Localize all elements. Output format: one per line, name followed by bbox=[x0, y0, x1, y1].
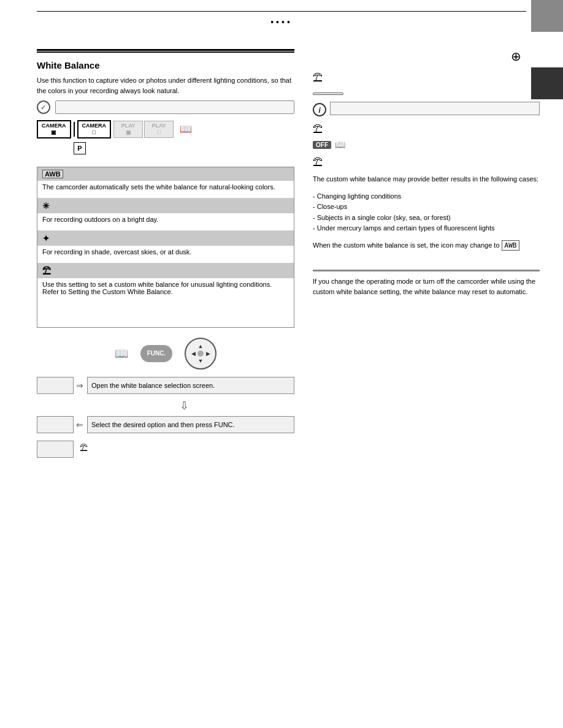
joystick-center[interactable] bbox=[197, 351, 204, 357]
right-warning-text: If you change the operating mode or turn… bbox=[313, 276, 540, 298]
info-icon: i bbox=[313, 103, 326, 116]
step-2-arrow: ⇐ bbox=[76, 420, 83, 430]
step-1-box bbox=[37, 377, 74, 394]
awb-row-shade: ✦ For recording in shade, overcast skies… bbox=[37, 231, 294, 264]
cam-btn-label-2: CAMERA bbox=[82, 123, 107, 129]
off-badge: OFF bbox=[313, 141, 331, 149]
person-icon-right-3: ⛱ bbox=[313, 157, 323, 168]
top-dots: •••• bbox=[266, 17, 297, 27]
step-1-arrow: ⇒ bbox=[76, 381, 83, 390]
awb-row-daylight-header: ✳ bbox=[37, 199, 294, 213]
camera-card-btn[interactable]: CAMERA □ bbox=[77, 120, 112, 138]
awb-custom-text: Use this setting to set a custom white b… bbox=[42, 281, 272, 295]
book-icon-right: 📖 bbox=[335, 140, 345, 150]
cam-btn-label-1: CAMERA bbox=[42, 123, 66, 129]
check-row bbox=[37, 100, 294, 114]
func-joystick-row: 📖 FUNC. ▲ ◀ ▶ ▼ bbox=[37, 338, 294, 370]
small-rect-button[interactable] bbox=[313, 93, 343, 95]
dial-icon: ⊕ bbox=[511, 49, 521, 64]
info-content bbox=[330, 102, 540, 115]
person-icon-right-2: ⛱ bbox=[313, 124, 323, 135]
step-1-text: Open the white balance selection screen. bbox=[91, 382, 215, 389]
right-body-text-1: The custom white balance may provide bet… bbox=[313, 174, 540, 185]
custom-icon-final: ⛱ bbox=[80, 443, 88, 452]
person-icon-right: ⛱ bbox=[313, 72, 323, 83]
step-2-box bbox=[37, 416, 74, 433]
top-line: •••• bbox=[37, 11, 526, 12]
section-heading: White Balance bbox=[37, 60, 294, 70]
right-body-text-2: - Changing lighting conditions - Close-u… bbox=[313, 191, 540, 234]
gray-divider bbox=[313, 270, 540, 271]
awb-row-daylight-body: For recording outdoors on a bright day. bbox=[37, 213, 294, 230]
play-tape-btn[interactable]: PLAY ▣ bbox=[113, 121, 143, 138]
cam-btn-icon-1: ▣ bbox=[51, 129, 56, 136]
gray-tab-top bbox=[531, 0, 563, 32]
play-card-btn[interactable]: PLAY □ bbox=[144, 121, 174, 138]
awb-row-auto: AWB The camcorder automatically sets the… bbox=[37, 167, 294, 199]
awb-menu-table: AWB The camcorder automatically sets the… bbox=[37, 167, 294, 328]
awb-label: AWB bbox=[42, 170, 63, 178]
func-button[interactable]: FUNC. bbox=[140, 345, 172, 362]
left-column: White Balance Use this function to captu… bbox=[37, 49, 294, 458]
cam-btn-icon-2: □ bbox=[93, 129, 96, 136]
joystick-left-arrow: ◀ bbox=[191, 351, 196, 357]
awb-row-shade-body: For recording in shade, overcast skies, … bbox=[37, 246, 294, 263]
awb-shade-text: For recording in shade, overcast skies, … bbox=[42, 248, 191, 256]
cam-btn-icon-4: □ bbox=[157, 129, 160, 136]
step-2-row: ⇐ Select the desired option and then pre… bbox=[37, 416, 294, 433]
final-box bbox=[37, 441, 74, 458]
awb-row-custom-body: Use this setting to set a custom white b… bbox=[37, 278, 294, 327]
book-icon-2: 📖 bbox=[115, 347, 128, 360]
awb-inline-label: AWB bbox=[502, 240, 520, 251]
cam-btn-icon-3: ▣ bbox=[126, 129, 131, 136]
awb-row-custom: ⛱ Use this setting to set a custom white… bbox=[37, 264, 294, 327]
cam-btn-label-3: PLAY bbox=[121, 123, 135, 129]
p-badge: P bbox=[74, 142, 86, 154]
book-icon: 📖 bbox=[180, 123, 192, 135]
custom-wb-icon: ⛱ bbox=[42, 266, 51, 276]
camera-tape-btn[interactable]: CAMERA ▣ bbox=[37, 120, 71, 138]
awb-daylight-text: For recording outdoors on a bright day. bbox=[42, 216, 158, 223]
section-title-bar bbox=[37, 49, 294, 53]
mode-buttons-row: CAMERA ▣ CAMERA □ PLAY ▣ PLAY □ 📖 bbox=[37, 120, 294, 138]
step-1-label: Open the white balance selection screen. bbox=[87, 377, 294, 394]
joystick[interactable]: ▲ ◀ ▶ ▼ bbox=[185, 338, 216, 370]
shade-icon: ✦ bbox=[42, 233, 50, 243]
awb-row-shade-header: ✦ bbox=[37, 231, 294, 246]
step-1-row: ⇒ Open the white balance selection scree… bbox=[37, 377, 294, 394]
joystick-arrows: ▲ ◀ ▶ ▼ bbox=[190, 343, 212, 365]
sun-icon: ✳ bbox=[42, 201, 50, 211]
check-icon bbox=[37, 100, 50, 114]
check-label bbox=[55, 100, 294, 114]
cam-btn-label-4: PLAY bbox=[151, 123, 166, 129]
down-arrow: ⇩ bbox=[74, 399, 294, 412]
joystick-down-arrow: ▼ bbox=[198, 358, 204, 364]
awb-row-auto-header: AWB bbox=[37, 167, 294, 181]
joystick-right-arrow: ▶ bbox=[206, 351, 210, 357]
right-awb-note: When the custom white balance is set, th… bbox=[313, 240, 540, 251]
info-box: i bbox=[313, 102, 540, 116]
right-column: ⊕ ⛱ i ⛱ OFF 📖 ⛱ The custom white balance… bbox=[313, 49, 540, 304]
step-2-text: Select the desired option and then press… bbox=[91, 421, 235, 428]
step-2-label: Select the desired option and then press… bbox=[87, 416, 294, 433]
awb-row-auto-body: The camcorder automatically sets the whi… bbox=[37, 181, 294, 198]
awb-row-custom-header: ⛱ bbox=[37, 264, 294, 278]
intro-text: Use this function to capture video or ph… bbox=[37, 75, 294, 96]
btn-divider bbox=[74, 122, 75, 137]
awb-auto-text: The camcorder automatically sets the whi… bbox=[42, 183, 275, 191]
joystick-up-arrow: ▲ bbox=[198, 343, 204, 349]
awb-row-daylight: ✳ For recording outdoors on a bright day… bbox=[37, 199, 294, 231]
